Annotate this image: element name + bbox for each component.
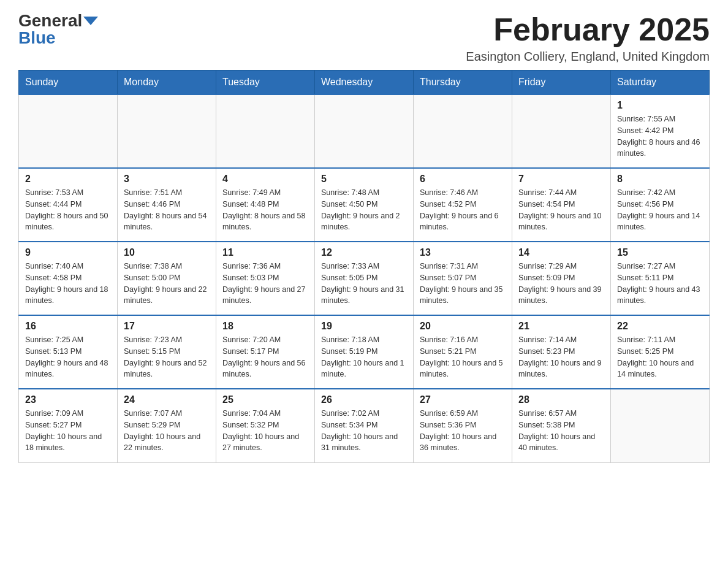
calendar-cell: 28Sunrise: 6:57 AMSunset: 5:38 PMDayligh… [512, 389, 611, 462]
calendar-cell: 16Sunrise: 7:25 AMSunset: 5:13 PMDayligh… [19, 315, 118, 389]
calendar-cell: 20Sunrise: 7:16 AMSunset: 5:21 PMDayligh… [414, 315, 512, 389]
day-info: Sunrise: 6:57 AMSunset: 5:38 PMDaylight:… [518, 408, 604, 454]
day-number: 9 [25, 247, 111, 258]
day-info: Sunrise: 7:20 AMSunset: 5:17 PMDaylight:… [222, 334, 308, 380]
page-header: General Blue February 2025 Easington Col… [18, 12, 710, 64]
day-number: 5 [321, 174, 407, 185]
day-number: 25 [222, 394, 308, 405]
day-info: Sunrise: 7:48 AMSunset: 4:50 PMDaylight:… [321, 187, 407, 233]
day-number: 4 [222, 174, 308, 185]
day-number: 18 [222, 321, 308, 332]
calendar-cell: 27Sunrise: 6:59 AMSunset: 5:36 PMDayligh… [414, 389, 512, 462]
day-number: 16 [25, 321, 111, 332]
day-number: 19 [321, 321, 407, 332]
calendar-cell [118, 94, 216, 168]
calendar-cell: 14Sunrise: 7:29 AMSunset: 5:09 PMDayligh… [512, 242, 611, 315]
calendar-cell: 21Sunrise: 7:14 AMSunset: 5:23 PMDayligh… [512, 315, 611, 389]
day-info: Sunrise: 7:53 AMSunset: 4:44 PMDaylight:… [25, 187, 111, 233]
calendar-week-2: 2Sunrise: 7:53 AMSunset: 4:44 PMDaylight… [19, 168, 710, 242]
calendar-week-5: 23Sunrise: 7:09 AMSunset: 5:27 PMDayligh… [19, 389, 710, 462]
day-info: Sunrise: 7:25 AMSunset: 5:13 PMDaylight:… [25, 334, 111, 380]
location-title: Easington Colliery, England, United King… [466, 50, 710, 64]
day-number: 11 [222, 247, 308, 258]
day-number: 24 [124, 394, 210, 405]
calendar-cell: 17Sunrise: 7:23 AMSunset: 5:15 PMDayligh… [118, 315, 216, 389]
header-wednesday: Wednesday [315, 71, 414, 95]
day-number: 14 [518, 247, 604, 258]
day-number: 26 [321, 394, 407, 405]
header-sunday: Sunday [19, 71, 118, 95]
calendar-week-1: 1Sunrise: 7:55 AMSunset: 4:42 PMDaylight… [19, 94, 710, 168]
calendar-cell: 6Sunrise: 7:46 AMSunset: 4:52 PMDaylight… [414, 168, 512, 242]
day-info: Sunrise: 7:04 AMSunset: 5:32 PMDaylight:… [222, 408, 308, 454]
calendar-cell: 3Sunrise: 7:51 AMSunset: 4:46 PMDaylight… [118, 168, 216, 242]
calendar-cell [216, 94, 315, 168]
header-tuesday: Tuesday [216, 71, 315, 95]
day-info: Sunrise: 7:49 AMSunset: 4:48 PMDaylight:… [222, 187, 308, 233]
header-thursday: Thursday [414, 71, 512, 95]
day-info: Sunrise: 7:11 AMSunset: 5:25 PMDaylight:… [617, 334, 703, 380]
day-info: Sunrise: 7:16 AMSunset: 5:21 PMDaylight:… [420, 334, 506, 380]
day-info: Sunrise: 7:33 AMSunset: 5:05 PMDaylight:… [321, 261, 407, 307]
header-friday: Friday [512, 71, 611, 95]
day-info: Sunrise: 7:23 AMSunset: 5:15 PMDaylight:… [124, 334, 210, 380]
day-info: Sunrise: 7:27 AMSunset: 5:11 PMDaylight:… [617, 261, 703, 307]
day-info: Sunrise: 7:51 AMSunset: 4:46 PMDaylight:… [124, 187, 210, 233]
day-number: 23 [25, 394, 111, 405]
calendar-table: SundayMondayTuesdayWednesdayThursdayFrid… [18, 70, 710, 463]
calendar-cell [512, 94, 611, 168]
calendar-cell: 1Sunrise: 7:55 AMSunset: 4:42 PMDaylight… [611, 94, 710, 168]
day-info: Sunrise: 7:42 AMSunset: 4:56 PMDaylight:… [617, 187, 703, 233]
calendar-cell: 9Sunrise: 7:40 AMSunset: 4:58 PMDaylight… [19, 242, 118, 315]
calendar-cell: 18Sunrise: 7:20 AMSunset: 5:17 PMDayligh… [216, 315, 315, 389]
calendar-cell: 11Sunrise: 7:36 AMSunset: 5:03 PMDayligh… [216, 242, 315, 315]
calendar-header-row: SundayMondayTuesdayWednesdayThursdayFrid… [19, 71, 710, 95]
day-number: 13 [420, 247, 506, 258]
calendar-cell: 8Sunrise: 7:42 AMSunset: 4:56 PMDaylight… [611, 168, 710, 242]
month-title: February 2025 [466, 12, 710, 47]
calendar-cell: 5Sunrise: 7:48 AMSunset: 4:50 PMDaylight… [315, 168, 414, 242]
calendar-cell: 25Sunrise: 7:04 AMSunset: 5:32 PMDayligh… [216, 389, 315, 462]
day-number: 28 [518, 394, 604, 405]
logo-blue: Blue [18, 29, 56, 47]
day-info: Sunrise: 7:02 AMSunset: 5:34 PMDaylight:… [321, 408, 407, 454]
title-block: February 2025 Easington Colliery, Englan… [466, 12, 710, 64]
day-info: Sunrise: 7:09 AMSunset: 5:27 PMDaylight:… [25, 408, 111, 454]
header-saturday: Saturday [611, 71, 710, 95]
day-info: Sunrise: 7:14 AMSunset: 5:23 PMDaylight:… [518, 334, 604, 380]
calendar-cell: 23Sunrise: 7:09 AMSunset: 5:27 PMDayligh… [19, 389, 118, 462]
day-info: Sunrise: 7:29 AMSunset: 5:09 PMDaylight:… [518, 261, 604, 307]
calendar-cell: 2Sunrise: 7:53 AMSunset: 4:44 PMDaylight… [19, 168, 118, 242]
day-number: 20 [420, 321, 506, 332]
day-number: 6 [420, 174, 506, 185]
day-info: Sunrise: 7:31 AMSunset: 5:07 PMDaylight:… [420, 261, 506, 307]
logo-general: General [18, 12, 82, 29]
day-info: Sunrise: 7:07 AMSunset: 5:29 PMDaylight:… [124, 408, 210, 454]
day-number: 22 [617, 321, 703, 332]
day-number: 2 [25, 174, 111, 185]
day-info: Sunrise: 7:40 AMSunset: 4:58 PMDaylight:… [25, 261, 111, 307]
day-number: 7 [518, 174, 604, 185]
day-number: 27 [420, 394, 506, 405]
calendar-cell [611, 389, 710, 462]
day-info: Sunrise: 6:59 AMSunset: 5:36 PMDaylight:… [420, 408, 506, 454]
logo-triangle-icon [83, 17, 98, 25]
day-info: Sunrise: 7:18 AMSunset: 5:19 PMDaylight:… [321, 334, 407, 380]
calendar-cell [19, 94, 118, 168]
calendar-cell: 10Sunrise: 7:38 AMSunset: 5:00 PMDayligh… [118, 242, 216, 315]
calendar-cell: 22Sunrise: 7:11 AMSunset: 5:25 PMDayligh… [611, 315, 710, 389]
calendar-cell: 26Sunrise: 7:02 AMSunset: 5:34 PMDayligh… [315, 389, 414, 462]
day-number: 1 [617, 100, 703, 111]
header-monday: Monday [118, 71, 216, 95]
calendar-cell: 13Sunrise: 7:31 AMSunset: 5:07 PMDayligh… [414, 242, 512, 315]
day-info: Sunrise: 7:55 AMSunset: 4:42 PMDaylight:… [617, 113, 703, 159]
day-number: 17 [124, 321, 210, 332]
day-info: Sunrise: 7:38 AMSunset: 5:00 PMDaylight:… [124, 261, 210, 307]
day-number: 12 [321, 247, 407, 258]
calendar-week-3: 9Sunrise: 7:40 AMSunset: 4:58 PMDaylight… [19, 242, 710, 315]
calendar-cell: 12Sunrise: 7:33 AMSunset: 5:05 PMDayligh… [315, 242, 414, 315]
calendar-cell [315, 94, 414, 168]
calendar-cell: 4Sunrise: 7:49 AMSunset: 4:48 PMDaylight… [216, 168, 315, 242]
day-number: 15 [617, 247, 703, 258]
day-number: 10 [124, 247, 210, 258]
